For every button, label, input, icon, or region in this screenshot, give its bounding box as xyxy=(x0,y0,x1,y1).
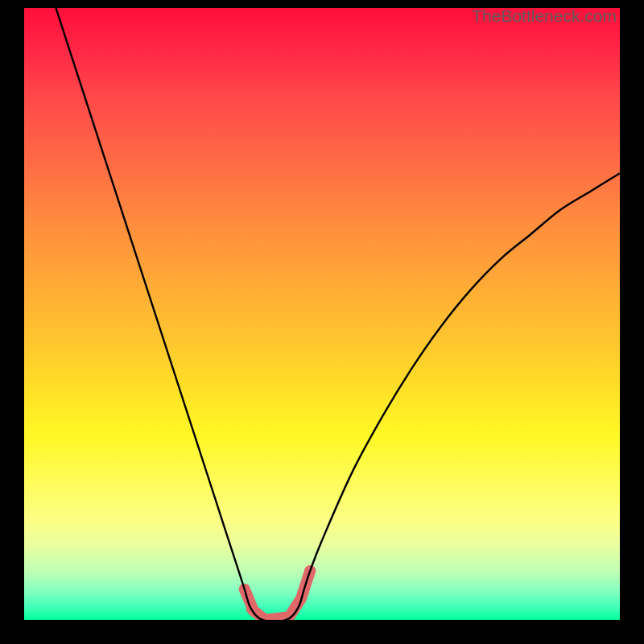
chart-frame: TheBottleneck.com xyxy=(0,0,644,644)
flat-region-highlight xyxy=(239,565,316,620)
plot-area xyxy=(24,8,620,620)
bottleneck-curve xyxy=(24,8,620,620)
curve-layer xyxy=(24,8,620,620)
watermark-text: TheBottleneck.com xyxy=(472,6,617,26)
